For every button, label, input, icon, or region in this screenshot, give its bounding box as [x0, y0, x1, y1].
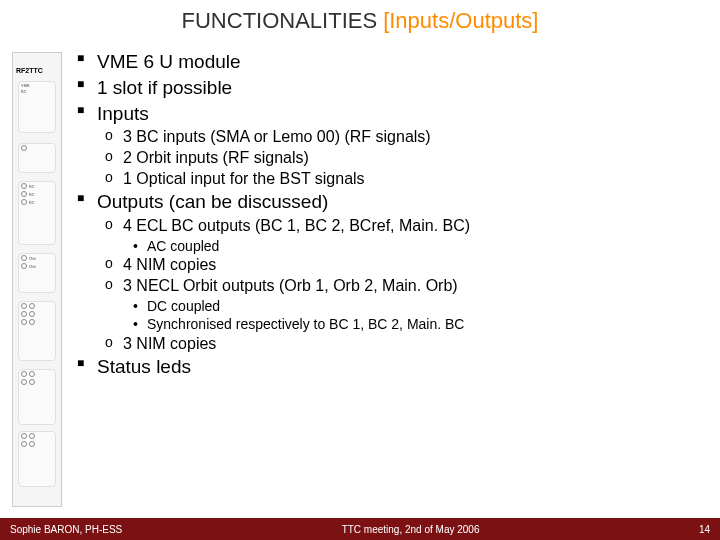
- title-accent: [Inputs/Outputs]: [383, 8, 538, 34]
- bullet: Inputs: [97, 102, 710, 126]
- module-segment: [18, 143, 56, 173]
- sub-bullet: 4 ECL BC outputs (BC 1, BC 2, BCref, Mai…: [123, 216, 710, 236]
- bullet: Status leds: [97, 355, 710, 379]
- module-segment: Orb Orb: [18, 253, 56, 293]
- module-segment: VME BC: [18, 81, 56, 133]
- title-main: FUNCTIONALITIES: [182, 8, 378, 34]
- module-diagram: RF2TTC VME BC BC BC BC Orb Orb: [12, 52, 62, 507]
- sub-bullet: 1 Optical input for the BST signals: [123, 169, 710, 189]
- sub-bullet: 3 NECL Orbit outputs (Orb 1, Orb 2, Main…: [123, 276, 710, 296]
- sub-bullet: 4 NIM copies: [123, 255, 710, 275]
- sub-sub-bullet: Synchronised respectively to BC 1, BC 2,…: [147, 315, 710, 333]
- bullet: 1 slot if possible: [97, 76, 710, 100]
- text-column: VME 6 U module 1 slot if possible Inputs…: [70, 42, 720, 518]
- content-area: RF2TTC VME BC BC BC BC Orb Orb: [0, 42, 720, 518]
- module-segment: [18, 369, 56, 425]
- title-bar: FUNCTIONALITIES [Inputs/Outputs]: [0, 0, 720, 42]
- sub-bullet: 2 Orbit inputs (RF signals): [123, 148, 710, 168]
- page-number: 14: [699, 524, 710, 535]
- footer-author: Sophie BARON, PH-ESS: [10, 524, 122, 535]
- footer: Sophie BARON, PH-ESS TTC meeting, 2nd of…: [0, 518, 720, 540]
- bullet: Outputs (can be discussed): [97, 190, 710, 214]
- module-segment: [18, 431, 56, 487]
- sub-bullet: 3 BC inputs (SMA or Lemo 00) (RF signals…: [123, 127, 710, 147]
- sub-bullet: 3 NIM copies: [123, 334, 710, 354]
- footer-meeting: TTC meeting, 2nd of May 2006: [122, 524, 699, 535]
- sub-sub-bullet: AC coupled: [147, 237, 710, 255]
- bullet: VME 6 U module: [97, 50, 710, 74]
- sub-sub-bullet: DC coupled: [147, 297, 710, 315]
- module-segment: BC BC BC: [18, 181, 56, 245]
- module-label: RF2TTC: [16, 67, 43, 74]
- module-segment: [18, 301, 56, 361]
